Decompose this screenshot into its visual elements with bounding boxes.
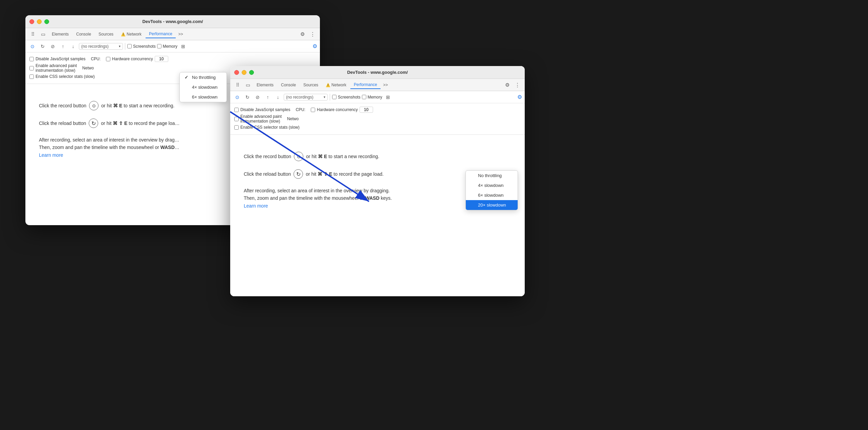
tab-performance-1[interactable]: Performance <box>146 30 176 38</box>
settings-icon-1[interactable]: ⚙ <box>298 29 307 39</box>
record-shortcut-1: or hit ⌘ E to start a new recording. <box>101 102 174 109</box>
download-button-2[interactable]: ↓ <box>274 93 282 102</box>
select-icon[interactable]: ⠿ <box>28 29 38 39</box>
screenshots-checkbox-2[interactable] <box>332 95 337 99</box>
close-button-1[interactable] <box>29 19 34 24</box>
minimize-button-2[interactable] <box>242 70 246 75</box>
disable-js-setting-2: Disable JavaScript samples <box>234 107 290 112</box>
network-setting-1: Netwo <box>82 66 94 70</box>
maximize-button-1[interactable] <box>44 19 49 24</box>
screenshots-label-2: Screenshots <box>338 95 361 100</box>
recordings-dropdown-2[interactable]: (no recordings) ▾ <box>284 94 328 101</box>
20x-slowdown-item-2[interactable]: 20× slowdown <box>466 200 518 210</box>
hw-concurrency-input-2[interactable] <box>360 107 373 113</box>
no-throttling-item-1[interactable]: No throttling <box>180 72 226 82</box>
6x-slowdown-item-1[interactable]: 6× slowdown <box>180 92 226 102</box>
reload-button-2[interactable]: ↻ <box>243 93 252 102</box>
memory-check-1[interactable]: Memory <box>157 44 177 49</box>
hw-concurrency-checkbox-1[interactable] <box>106 57 110 61</box>
screenshots-checkbox-1[interactable] <box>127 44 132 48</box>
tabbar-1: ⠿ ▭ Elements Console Sources Network Per… <box>25 28 320 40</box>
hw-concurrency-checkbox-2[interactable] <box>311 108 315 112</box>
memory-label-1: Memory <box>163 44 177 49</box>
select-icon-2[interactable]: ⠿ <box>233 80 242 90</box>
download-button-1[interactable]: ↓ <box>69 42 78 51</box>
upload-button-2[interactable]: ↑ <box>263 93 272 102</box>
hw-concurrency-setting-2: Hardware concurrency <box>311 107 373 113</box>
separator-1 <box>125 43 125 50</box>
disable-js-checkbox-1[interactable] <box>29 57 34 61</box>
record-icon-1[interactable]: ⊙ <box>89 101 99 110</box>
record-text-1: Click the record button <box>39 102 86 109</box>
reload-instruction-2: Click the reload button ↻ or hit ⌘ ⇧ E t… <box>244 169 384 179</box>
titlebar-1: DevTools - www.google.com/ <box>25 15 320 28</box>
css-selector-checkbox-2[interactable] <box>234 125 239 130</box>
cpu-dropdown-1[interactable]: No throttling 4× slowdown 6× slowdown <box>179 72 227 102</box>
disable-js-label-1: Disable JavaScript samples <box>36 57 85 61</box>
reload-shortcut-2: or hit ⌘ ⇧ E to record the page load. <box>306 170 384 178</box>
memory-icon-2[interactable]: ⊞ <box>384 93 392 102</box>
tab-sources-1[interactable]: Sources <box>95 30 117 38</box>
settings-icon-2[interactable]: ⚙ <box>502 80 512 90</box>
chevron-down-icon-1: ▾ <box>119 44 121 48</box>
traffic-lights-1 <box>29 19 49 24</box>
no-throttling-item-2[interactable]: No throttling <box>466 171 518 180</box>
tab-performance-2[interactable]: Performance <box>350 81 381 89</box>
settings-row-2-1: Disable JavaScript samples CPU: Hardware… <box>234 107 521 113</box>
tabbar-2: ⠿ ▭ Elements Console Sources Network Per… <box>230 79 525 91</box>
after-instruction-2: After recording, select an area of inter… <box>244 187 392 210</box>
tab-console-1[interactable]: Console <box>73 30 94 38</box>
screenshots-check-2[interactable]: Screenshots <box>332 95 361 100</box>
tab-elements-1[interactable]: Elements <box>48 30 72 38</box>
screenshots-check-1[interactable]: Screenshots <box>127 44 156 49</box>
tab-network-1[interactable]: Network <box>117 30 145 38</box>
gear-blue-icon-1[interactable]: ⚙ <box>312 43 317 49</box>
upload-button-1[interactable]: ↑ <box>59 42 67 51</box>
reload-text-1: Click the reload button <box>39 120 86 127</box>
tab-elements-2[interactable]: Elements <box>253 81 277 89</box>
more-options-icon-2[interactable]: ⋮ <box>513 80 522 90</box>
advanced-paint-checkbox-2[interactable] <box>234 117 239 121</box>
tab-console-2[interactable]: Console <box>278 81 299 89</box>
tab-more-2[interactable]: >> <box>381 81 390 89</box>
minimize-button-1[interactable] <box>37 19 42 24</box>
record-button-1[interactable]: ⊙ <box>28 42 37 51</box>
memory-check-2[interactable]: Memory <box>362 95 382 100</box>
traffic-lights-2 <box>234 70 254 75</box>
reload-icon-1[interactable]: ↻ <box>89 119 98 128</box>
screenshots-label-1: Screenshots <box>133 44 156 49</box>
cpu-setting-2: CPU: <box>296 107 305 112</box>
memory-checkbox-2[interactable] <box>362 95 366 99</box>
close-button-2[interactable] <box>234 70 239 75</box>
hw-concurrency-input-1[interactable] <box>155 56 168 62</box>
device-icon-2[interactable]: ▭ <box>243 80 253 90</box>
record-icon-2[interactable]: ⊙ <box>294 152 303 161</box>
maximize-button-2[interactable] <box>249 70 254 75</box>
more-options-icon-1[interactable]: ⋮ <box>308 29 317 39</box>
css-selector-checkbox-1[interactable] <box>29 74 34 79</box>
4x-slowdown-item-1[interactable]: 4× slowdown <box>180 82 226 92</box>
record-button-2[interactable]: ⊙ <box>233 93 242 102</box>
tab-more-1[interactable]: >> <box>176 30 185 38</box>
stop-button-2[interactable]: ⊘ <box>253 93 262 102</box>
4x-slowdown-item-2[interactable]: 4× slowdown <box>466 180 518 190</box>
cpu-dropdown-2[interactable]: No throttling 4× slowdown 6× slowdown 20… <box>465 170 518 210</box>
titlebar-2: DevTools - www.google.com/ <box>230 66 525 79</box>
reload-icon-2[interactable]: ↻ <box>294 169 303 179</box>
learn-more-link-2[interactable]: Learn more <box>244 203 268 209</box>
6x-slowdown-item-2[interactable]: 6× slowdown <box>466 190 518 200</box>
device-icon[interactable]: ▭ <box>38 29 48 39</box>
gear-blue-icon-2[interactable]: ⚙ <box>517 94 522 100</box>
learn-more-link-1[interactable]: Learn more <box>39 152 63 158</box>
chevron-down-icon-2: ▾ <box>324 95 325 99</box>
memory-icon-1[interactable]: ⊞ <box>179 42 188 51</box>
advanced-paint-checkbox-1[interactable] <box>29 66 34 70</box>
tab-network-2[interactable]: Network <box>322 81 350 89</box>
reload-button-1[interactable]: ↻ <box>38 42 47 51</box>
recordings-dropdown-1[interactable]: (no recordings) ▾ <box>79 43 123 50</box>
tab-sources-2[interactable]: Sources <box>300 81 322 89</box>
memory-checkbox-1[interactable] <box>157 44 161 48</box>
stop-button-1[interactable]: ⊘ <box>48 42 57 51</box>
separator-2 <box>330 94 330 101</box>
disable-js-checkbox-2[interactable] <box>234 108 239 112</box>
